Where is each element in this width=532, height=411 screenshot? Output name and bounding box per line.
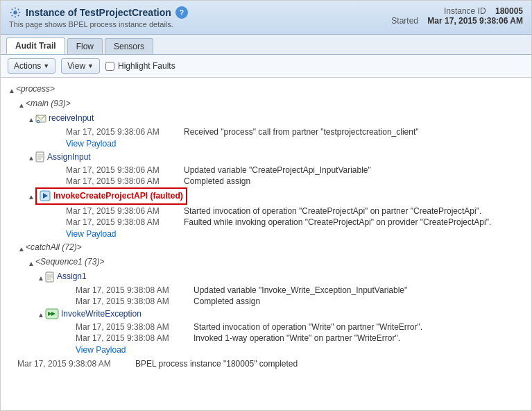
header-subtitle: This page shows BPEL process instance de… (9, 20, 188, 28)
instance-id-value: 180005 (495, 6, 523, 16)
svg-point-0 (13, 10, 17, 14)
catchall-node: ▲ <catchAll (72)> (8, 240, 524, 255)
catchall-label: <catchAll (72)> (26, 241, 82, 254)
receive-timestamp-0: Mar 17, 2015 9:38:06 AM (66, 127, 184, 137)
sequence1-node: ▲ <Sequence1 (73)> (8, 255, 524, 269)
assign1-timestamp-0: Mar 17, 2015 9:38:08 AM (76, 285, 194, 295)
invoke-write-entry-0: Mar 17, 2015 9:38:08 AM Started invocati… (8, 321, 524, 333)
receive-icon (35, 114, 46, 124)
sequence1-label: <Sequence1 (73)> (35, 255, 104, 269)
view-label: View (67, 61, 85, 71)
view-caret-icon: ▼ (87, 62, 94, 69)
invoke-create-label: InvokeCreateProjectAPI (faulted) (53, 190, 183, 203)
help-icon[interactable]: ? (175, 6, 188, 19)
page-header: Instance of TestProjectCreation ? This p… (1, 1, 531, 35)
assign1-expand-icon[interactable]: ▲ (37, 273, 45, 281)
assign1-label: Assign1 (57, 270, 87, 283)
invoke-write-view-payload-link[interactable]: View Payload (76, 345, 126, 355)
assign1-node: ▲ Assign1 (8, 269, 524, 284)
assign-entry-0: Mar 17, 2015 9:38:06 AM Updated variable… (8, 165, 524, 176)
assign-expand-icon[interactable]: ▲ (27, 153, 35, 161)
invoke-create-node: ▲ InvokeCreateProjectAPI (faulted) (8, 187, 524, 206)
assign-timestamp-0: Mar 17, 2015 9:38:06 AM (66, 165, 184, 175)
highlight-faults-checkbox[interactable] (105, 62, 114, 71)
receive-expand-icon[interactable]: ▲ (27, 115, 35, 123)
receive-view-payload-link[interactable]: View Payload (66, 139, 117, 149)
main-expand-icon[interactable]: ▲ (17, 100, 26, 108)
invoke-create-message-0: Started invocation of operation "CreateP… (184, 206, 524, 216)
sequence1-expand-icon[interactable]: ▲ (27, 258, 35, 267)
assign1-timestamp-1: Mar 17, 2015 9:38:08 AM (76, 296, 194, 306)
invoke-create-view-payload-link[interactable]: View Payload (66, 229, 117, 239)
process-node: ▲ <process> (8, 82, 524, 97)
final-timestamp: Mar 17, 2015 9:38:08 AM (17, 359, 135, 369)
assign1-message-0: Updated variable "Invoke_Write_Exception… (194, 285, 524, 295)
invoke-icon (40, 190, 51, 201)
invoke-create-entry-1: Mar 17, 2015 9:38:08 AM Faulted while in… (8, 217, 524, 228)
assign-input-node: ▲ AssignInput (8, 150, 524, 165)
assign-icon (35, 151, 45, 162)
invoke-write-node: ▲ InvokeWriteException (8, 307, 524, 321)
header-left: Instance of TestProjectCreation ? This p… (9, 6, 188, 28)
highlight-faults-container: Highlight Faults (105, 61, 175, 71)
invoke-create-message-1: Faulted while invoking operation "Create… (184, 217, 524, 227)
started-label: Started (391, 16, 418, 26)
invoke-write-message-0: Started invocation of operation "Write" … (194, 322, 524, 332)
process-label: <process> (16, 83, 55, 96)
actions-button[interactable]: Actions ▼ (8, 58, 55, 74)
actions-label: Actions (14, 61, 41, 71)
invoke-write-label: InvokeWriteException (61, 308, 141, 321)
view-button[interactable]: View ▼ (61, 58, 100, 74)
assign-input-label: AssignInput (47, 151, 91, 164)
final-entry-row: Mar 17, 2015 9:38:08 AM BPEL process ins… (8, 356, 524, 369)
assign1-message-1: Completed assign (194, 296, 524, 306)
invoke-write-timestamp-1: Mar 17, 2015 9:38:08 AM (76, 333, 194, 343)
receive-payload-row: View Payload (8, 137, 524, 150)
receive-input-label: receiveInput (49, 112, 94, 125)
invoke-write-payload-row: View Payload (8, 344, 524, 356)
tab-sensors[interactable]: Sensors (105, 38, 153, 54)
page-title-row: Instance of TestProjectCreation ? (9, 6, 188, 19)
invoke-create-entry-0: Mar 17, 2015 9:38:06 AM Started invocati… (8, 206, 524, 217)
toolbar: Actions ▼ View ▼ Highlight Faults (1, 55, 531, 78)
receive-entry-0: Mar 17, 2015 9:38:06 AM Received "proces… (8, 126, 524, 137)
invoke-create-timestamp-0: Mar 17, 2015 9:38:06 AM (66, 206, 184, 216)
main-label: <main (93)> (26, 97, 71, 110)
invoke-write-icon (45, 308, 59, 319)
page-title: Instance of TestProjectCreation (26, 7, 171, 18)
started-row: Started Mar 17, 2015 9:38:06 AM (391, 16, 523, 26)
tabs-bar: Audit Trail Flow Sensors (1, 35, 531, 55)
main-node: ▲ <main (93)> (8, 97, 524, 111)
assign-entry-1: Mar 17, 2015 9:38:06 AM Completed assign (8, 176, 524, 187)
catchall-expand-icon[interactable]: ▲ (17, 244, 26, 252)
assign1-entry-1: Mar 17, 2015 9:38:08 AM Completed assign (8, 296, 524, 307)
highlight-faults-label: Highlight Faults (118, 61, 175, 71)
process-expand-icon[interactable]: ▲ (8, 85, 16, 94)
invoke-write-timestamp-0: Mar 17, 2015 9:38:08 AM (76, 322, 194, 332)
final-message: BPEL process instance "180005" completed (135, 359, 524, 369)
gear-icon (9, 6, 22, 19)
invoke-write-message-1: Invoked 1-way operation "Write" on partn… (194, 333, 524, 343)
invoke-write-entry-1: Mar 17, 2015 9:38:08 AM Invoked 1-way op… (8, 333, 524, 344)
assign-message-1: Completed assign (184, 176, 524, 186)
assign1-icon (45, 271, 55, 283)
invoke-create-expand-icon[interactable]: ▲ (27, 192, 35, 200)
invoke-create-payload-row: View Payload (8, 228, 524, 240)
assign-message-0: Updated variable "CreateProjectApi_Input… (184, 165, 524, 175)
receive-input-node: ▲ receiveInput (8, 111, 524, 126)
tab-audit-trail[interactable]: Audit Trail (6, 37, 65, 54)
instance-id-label: Instance ID (444, 6, 486, 16)
invoke-write-expand-icon[interactable]: ▲ (37, 310, 45, 318)
audit-trail-content: ▲ <process> ▲ <main (93)> ▲ receiveInput… (1, 78, 531, 374)
assign1-entry-0: Mar 17, 2015 9:38:08 AM Updated variable… (8, 285, 524, 296)
assign-timestamp-1: Mar 17, 2015 9:38:06 AM (66, 176, 184, 186)
invoke-create-faulted-box: InvokeCreateProjectAPI (faulted) (35, 187, 187, 205)
instance-id-row: Instance ID 180005 (391, 6, 523, 16)
page-container: Instance of TestProjectCreation ? This p… (0, 0, 532, 411)
actions-caret-icon: ▼ (43, 62, 49, 69)
receive-message-0: Received "process" call from partner "te… (184, 127, 524, 137)
started-value: Mar 17, 2015 9:38:06 AM (427, 16, 523, 26)
header-info: Instance ID 180005 Started Mar 17, 2015 … (391, 6, 523, 26)
invoke-create-timestamp-1: Mar 17, 2015 9:38:08 AM (66, 217, 184, 227)
tab-flow[interactable]: Flow (67, 38, 103, 54)
